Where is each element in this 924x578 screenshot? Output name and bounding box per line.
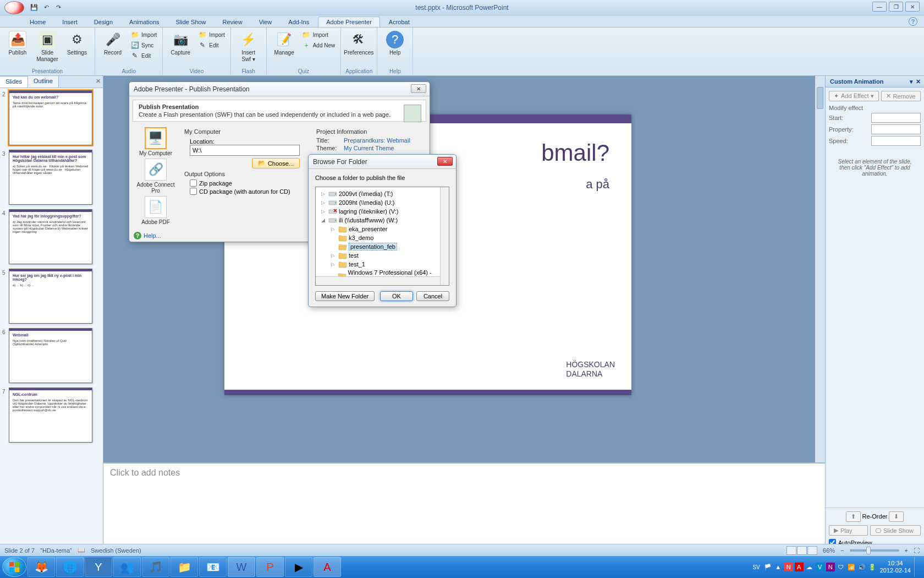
tab-review[interactable]: Review xyxy=(215,17,250,27)
slide-thumbnail[interactable]: Webmail Nya brev (markeras) Number of Qu… xyxy=(9,328,92,383)
tree-item[interactable]: presentation_feb xyxy=(317,242,448,251)
minimize-button[interactable]: — xyxy=(872,2,887,12)
tray-onenote-icon[interactable]: N xyxy=(826,563,835,571)
tab-acrobat[interactable]: Acrobat xyxy=(381,17,417,27)
expand-icon[interactable]: ◢ xyxy=(321,217,327,223)
task-mediaplayer[interactable]: ▶ xyxy=(285,557,312,577)
tray-cloud-icon[interactable]: ☁ xyxy=(805,563,814,571)
sorter-view-button[interactable] xyxy=(797,546,807,555)
outline-tab[interactable]: Outline xyxy=(28,76,59,88)
tree-item[interactable]: ▷lagring (\\tekniker) (V:) xyxy=(317,207,448,216)
property-select[interactable] xyxy=(871,124,921,134)
audio-import-button[interactable]: 📁Import xyxy=(129,30,158,40)
choose-button[interactable]: 📂Choose... xyxy=(252,158,300,168)
video-edit-button[interactable]: ✎Edit xyxy=(197,40,226,50)
location-input[interactable] xyxy=(190,145,300,156)
manage-quiz-button[interactable]: 📝Manage xyxy=(271,30,298,57)
panel-close-icon[interactable]: ✕ xyxy=(96,78,101,85)
slide-thumbnail[interactable]: Hur hittar jag enklast till min e-post s… xyxy=(9,150,92,205)
undo-icon[interactable]: ↶ xyxy=(41,2,52,13)
video-import-button[interactable]: 📁Import xyxy=(197,30,226,40)
notes-pane[interactable]: Click to add notes xyxy=(103,462,825,550)
tree-item[interactable]: ▷test xyxy=(317,251,448,260)
task-powerpoint[interactable]: P xyxy=(256,557,284,577)
ok-button[interactable]: OK xyxy=(380,291,413,301)
tab-addins[interactable]: Add-Ins xyxy=(280,17,317,27)
tab-slideshow[interactable]: Slide Show xyxy=(168,17,214,27)
close-button[interactable]: ✕ xyxy=(905,2,920,12)
slide-manager-button[interactable]: ▣Slide Manager xyxy=(34,30,61,64)
slide-thumbnail[interactable]: NGL-centrum Den här presentationen är sk… xyxy=(9,388,92,443)
task-explorer[interactable]: 📁 xyxy=(170,557,198,577)
tree-item[interactable]: k3_demo xyxy=(317,233,448,242)
target-pdf[interactable]: 📄Adobe PDF xyxy=(141,196,170,225)
publish-close-button[interactable]: ✕ xyxy=(411,84,426,93)
tray-adobe-icon[interactable]: A xyxy=(795,563,804,571)
expand-icon[interactable]: ▷ xyxy=(331,261,337,267)
tray-video-icon[interactable]: V xyxy=(816,563,824,571)
add-effect-button[interactable]: ✦Add Effect ▾ xyxy=(829,91,879,101)
play-button[interactable]: ▶Play xyxy=(829,525,868,536)
quiz-import-button[interactable]: 📁Import xyxy=(301,30,337,40)
make-new-folder-button[interactable]: Make New Folder xyxy=(315,291,375,301)
expand-icon[interactable]: ▷ xyxy=(321,191,327,197)
tab-home[interactable]: Home xyxy=(22,17,53,27)
save-icon[interactable]: 💾 xyxy=(29,2,40,13)
chevron-down-icon[interactable]: ▾ xyxy=(910,78,913,85)
slide-thumbnail[interactable]: Hur ser jag om jag fått ny e-post i min … xyxy=(9,269,92,324)
tab-adobe-presenter[interactable]: Adobe Presenter xyxy=(318,17,380,27)
zoom-slider[interactable] xyxy=(850,549,899,552)
tree-hscroll[interactable] xyxy=(316,276,440,285)
vertical-scrollbar[interactable] xyxy=(815,76,825,462)
tab-view[interactable]: View xyxy=(251,17,280,27)
tree-item[interactable]: ▷eka_presenter xyxy=(317,225,448,233)
close-icon[interactable]: ✕ xyxy=(916,78,921,85)
expand-icon[interactable]: ▷ xyxy=(321,200,327,205)
expand-icon[interactable]: ▷ xyxy=(331,226,337,232)
task-ie[interactable]: 🌐 xyxy=(56,557,84,577)
tree-item[interactable]: ▷test_1 xyxy=(317,260,448,269)
audio-sync-button[interactable]: 🔄Sync xyxy=(129,40,158,50)
audio-edit-button[interactable]: ✎Edit xyxy=(129,51,158,61)
slideshow-button[interactable]: 🖵Slide Show xyxy=(870,525,921,536)
fit-button[interactable]: ⛶ xyxy=(914,547,920,554)
cd-checkbox[interactable]: CD package (with autorun for CD) xyxy=(190,188,300,195)
slideshow-view-button[interactable] xyxy=(807,546,817,555)
publish-dialog-title[interactable]: Adobe Presenter - Publish Presentation✕ xyxy=(129,82,430,96)
task-word[interactable]: W xyxy=(228,557,255,577)
task-outlook[interactable]: 📧 xyxy=(199,557,227,577)
target-my-computer[interactable]: 🖥️My Computer xyxy=(139,127,172,156)
thumbnails-list[interactable]: 2 Vad kan du om webmail? Testa dina kuns… xyxy=(0,88,103,550)
expand-icon[interactable]: ▷ xyxy=(331,253,337,258)
restore-button[interactable]: ❐ xyxy=(889,2,903,12)
record-button[interactable]: 🎤Record xyxy=(100,30,126,57)
slide-thumbnail[interactable]: Vad kan du om webmail? Testa dina kunska… xyxy=(9,90,92,145)
tree-item[interactable]: ◢ili (\\dustaff\www) (W:) xyxy=(317,216,448,225)
tray-shield-icon[interactable]: 🛡 xyxy=(837,563,845,571)
remove-effect-button[interactable]: ✕Remove xyxy=(881,91,921,101)
cancel-button[interactable]: Cancel xyxy=(416,291,449,301)
tray-network-icon[interactable]: 📶 xyxy=(847,563,856,571)
slides-tab[interactable]: Slides xyxy=(0,76,28,88)
zoom-out-button[interactable]: − xyxy=(840,547,844,554)
tree-item[interactable]: ▷2009ht (\\media) (U:) xyxy=(317,198,448,207)
start-button[interactable] xyxy=(2,557,26,577)
preferences-button[interactable]: 🛠Preferences xyxy=(345,30,372,57)
tray-clock[interactable]: 10:342012-02-14 xyxy=(880,560,911,574)
task-acrobat[interactable]: A xyxy=(314,557,341,577)
tray-flag-icon[interactable]: 🏳️ xyxy=(763,563,772,571)
expand-icon[interactable]: ▷ xyxy=(321,209,327,214)
reorder-down-button[interactable]: ⬇ xyxy=(889,511,904,522)
publish-button[interactable]: 📤Publish xyxy=(4,30,31,57)
tray-lang[interactable]: SV xyxy=(752,564,760,570)
tab-animations[interactable]: Animations xyxy=(122,17,167,27)
reorder-up-button[interactable]: ⬆ xyxy=(846,511,861,522)
tree-vscroll[interactable] xyxy=(440,187,449,285)
pi-theme-link[interactable]: My Current Theme xyxy=(344,145,394,151)
capture-button[interactable]: 📷Capture xyxy=(167,30,194,57)
task-messenger[interactable]: 👥 xyxy=(113,557,141,577)
tray-battery-icon[interactable]: 🔋 xyxy=(868,563,877,571)
office-button[interactable] xyxy=(4,1,24,14)
tree-item[interactable]: ▷2009vt (\\media) (T:) xyxy=(317,189,448,198)
slide-thumbnail[interactable]: Vad har jag för inloggningsuppgifter? a)… xyxy=(9,209,92,264)
